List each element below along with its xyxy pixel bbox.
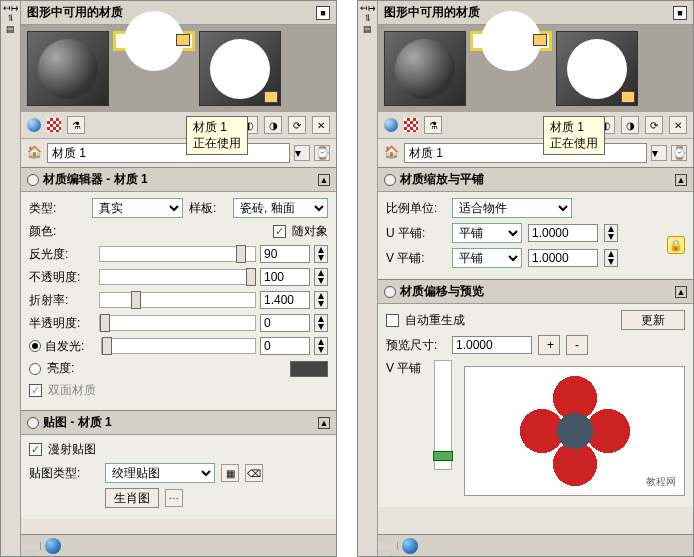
checker-icon[interactable] [47,118,61,132]
tool-icon[interactable]: ⟳ [288,116,306,134]
arrow-left-right-icon[interactable]: ↤↦ [4,4,18,12]
sphere-icon[interactable] [27,118,41,132]
material-swatch-row [378,25,693,112]
checker-icon[interactable] [404,118,418,132]
home-icon[interactable]: 🏠 [27,145,43,161]
arrow-up-down-icon[interactable]: ⥮ [361,14,375,22]
refract-slider[interactable] [99,292,256,308]
sphere-gray-icon [38,39,98,99]
selfillum-radio[interactable] [29,340,41,352]
side-tab-material[interactable]: 材质 [21,542,41,550]
arrow-up-down-icon[interactable]: ⥮ [4,14,18,22]
preview-size-input[interactable] [452,336,532,354]
swatch-toolbar: ⚗ ◐ ◑ ⟳ ✕ [378,112,693,139]
swatch-toolbar: ⚗ ◐ ◑ ⟳ ✕ [21,112,336,139]
tool-icon[interactable]: ⟳ [645,116,663,134]
utile-input[interactable] [528,224,598,242]
spinner[interactable]: ▴▾ [314,245,328,263]
title-bar: 图形中可用的材质 ■ [378,1,693,25]
grid-icon[interactable]: ▤ [6,24,15,34]
translucent-slider[interactable] [99,315,256,331]
link-icon[interactable]: ⌚ [671,145,687,161]
unit-select[interactable]: 适合物件 [452,198,572,218]
zodiac-button[interactable]: 生肖图 [105,488,159,508]
tool-icon[interactable]: ◑ [264,116,282,134]
flask-icon[interactable]: ⚗ [424,116,442,134]
disclosure-icon [384,286,396,298]
sphere-icon[interactable] [384,118,398,132]
selfillum-input[interactable] [260,337,310,355]
zoom-out-button[interactable]: - [566,335,588,355]
tool-icon[interactable]: ✕ [669,116,687,134]
spinner[interactable]: ▴▾ [314,314,328,332]
tool-icon[interactable]: ◑ [621,116,639,134]
collapse-icon[interactable]: ▲ [318,174,330,186]
panel-header[interactable]: 材质缩放与平铺 ▲ [378,168,693,192]
grid-icon[interactable]: ▤ [363,24,372,34]
panel-header[interactable]: 材质编辑器 - 材质 1 ▲ [21,168,336,192]
close-icon[interactable]: ■ [673,6,687,20]
material-name-input[interactable] [404,143,647,163]
dropdown-icon[interactable]: ▾ [294,145,310,161]
side-tab-material[interactable]: 材质 [378,542,398,550]
type-select[interactable]: 真实 [92,198,183,218]
panel-header[interactable]: 贴图 - 材质 1 ▲ [21,411,336,435]
reflect-slider[interactable] [99,246,256,262]
brightness-radio[interactable] [29,363,41,375]
spinner[interactable]: ▴▾ [604,249,618,267]
flask-icon[interactable]: ⚗ [67,116,85,134]
link-icon[interactable]: ⌚ [314,145,330,161]
arrow-left-right-icon[interactable]: ↤↦ [361,4,375,12]
reflect-input[interactable] [260,245,310,263]
dropdown-icon[interactable]: ▾ [651,145,667,161]
spinner[interactable]: ▴▾ [604,224,618,242]
material-swatch-3[interactable] [199,31,281,106]
inuse-badge-icon [176,34,190,46]
inuse-badge-icon [533,34,547,46]
color-swatch[interactable] [290,361,328,377]
globe-icon[interactable] [402,538,418,554]
translucent-label: 半透明度: [29,315,95,332]
material-name-input[interactable] [47,143,290,163]
maptype-select[interactable]: 绞理贴图 [105,463,215,483]
zoom-in-button[interactable]: + [538,335,560,355]
diffuse-label: 漫射贴图 [48,441,96,458]
material-swatch-2-selected[interactable] [470,31,552,51]
twosided-checkbox[interactable]: ✓ [29,384,42,397]
collapse-icon[interactable]: ▲ [675,174,687,186]
refresh-button[interactable]: 更新 [621,310,685,330]
material-swatch-1[interactable] [27,31,109,106]
slider-thumb[interactable] [433,451,453,461]
globe-icon[interactable] [45,538,61,554]
opacity-slider[interactable] [99,269,256,285]
spinner[interactable]: ▴▾ [314,268,328,286]
panel-header[interactable]: 材质偏移与预览 ▲ [378,280,693,304]
vtile-mode-select[interactable]: 平铺 [452,248,522,268]
home-icon[interactable]: 🏠 [384,145,400,161]
material-swatch-1[interactable] [384,31,466,106]
lock-icon[interactable]: 🔒 [667,236,685,254]
material-swatch-2-selected[interactable] [113,31,195,51]
collapse-icon[interactable]: ▲ [675,286,687,298]
v-slider[interactable] [434,360,452,470]
spinner[interactable]: ▴▾ [314,291,328,309]
select-icon[interactable]: ▦ [221,464,239,482]
byobject-checkbox[interactable]: ✓ [273,225,286,238]
selfillum-slider[interactable] [101,338,256,354]
browse-icon[interactable]: ⋯ [165,489,183,507]
utile-mode-select[interactable]: 平铺 [452,223,522,243]
material-swatch-3[interactable] [556,31,638,106]
template-select[interactable]: 瓷砖, 釉面 [233,198,328,218]
close-icon[interactable]: ■ [316,6,330,20]
spinner[interactable]: ▴▾ [314,337,328,355]
tool-icon[interactable]: ✕ [312,116,330,134]
selfillum-label: 自发光: [45,338,97,355]
diffuse-checkbox[interactable]: ✓ [29,443,42,456]
refract-input[interactable] [260,291,310,309]
clear-icon[interactable]: ⌫ [245,464,263,482]
translucent-input[interactable] [260,314,310,332]
collapse-icon[interactable]: ▲ [318,417,330,429]
autoregen-checkbox[interactable] [386,314,399,327]
opacity-input[interactable] [260,268,310,286]
vtile-input[interactable] [528,249,598,267]
